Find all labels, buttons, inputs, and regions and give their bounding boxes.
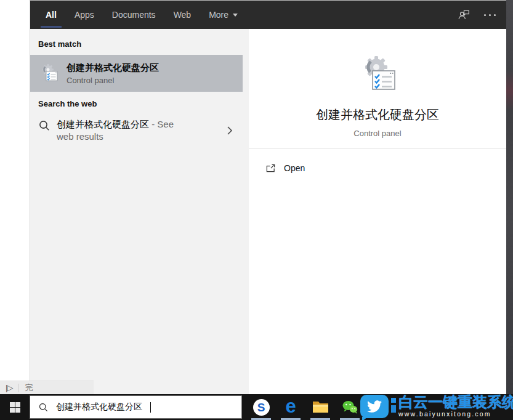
- search-web-section-label: Search the web: [38, 99, 249, 108]
- file-explorer-icon: [312, 400, 329, 414]
- results-column: Best match 创建并格式化硬盘分区 Control panel Sear…: [30, 29, 249, 395]
- best-match-result[interactable]: 创建并格式化硬盘分区 Control panel: [30, 55, 243, 92]
- taskbar-icon-file-explorer[interactable]: [305, 394, 335, 420]
- sogou-browser-icon: S: [253, 399, 270, 416]
- desktop-background-sliver: [506, 0, 513, 394]
- taskbar-icons: S e: [246, 394, 365, 420]
- tab-apps[interactable]: Apps: [75, 1, 94, 29]
- ime-status-bar: |▷ 完: [0, 381, 94, 394]
- search-icon: [38, 119, 50, 132]
- open-icon: [265, 163, 276, 174]
- taskbar-search-value: 创建并格式化硬盘分区: [56, 402, 142, 413]
- watermark: 白云一键重装系统 www.baiyunxitong.com: [352, 394, 513, 420]
- tab-web[interactable]: Web: [174, 1, 192, 29]
- open-label: Open: [284, 163, 305, 173]
- ime-separator: [18, 384, 19, 392]
- feedback-icon[interactable]: [457, 8, 471, 22]
- header-actions: [457, 8, 496, 22]
- windows-logo-icon: [10, 402, 20, 413]
- preview-title: 创建并格式化硬盘分区: [249, 107, 506, 123]
- chevron-right-icon[interactable]: [227, 126, 233, 135]
- tab-more[interactable]: More: [209, 1, 238, 29]
- taskbar-icon-edge[interactable]: e: [276, 394, 305, 420]
- best-match-section-label: Best match: [38, 39, 249, 49]
- best-match-subtitle: Control panel: [67, 76, 159, 85]
- search-web-query: 创建并格式化硬盘分区: [57, 119, 149, 129]
- watermark-logo-fragment: [391, 398, 396, 403]
- preview-subtitle: Control panel: [249, 129, 506, 138]
- search-filter-header: All Apps Documents Web More: [30, 1, 506, 29]
- search-web-result[interactable]: 创建并格式化硬盘分区 - See web results: [30, 115, 243, 148]
- search-flyout: All Apps Documents Web More Best match: [30, 0, 506, 394]
- start-button[interactable]: [0, 394, 30, 420]
- best-match-title: 创建并格式化硬盘分区: [67, 62, 159, 73]
- edge-browser-icon: e: [285, 397, 296, 416]
- more-options-icon[interactable]: [483, 8, 496, 22]
- watermark-url: www.baiyunxitong.com: [398, 410, 513, 418]
- text-cursor: [150, 402, 151, 413]
- watermark-logo-fragment: [391, 405, 396, 413]
- tab-all[interactable]: All: [46, 1, 57, 29]
- taskbar-search-box[interactable]: 创建并格式化硬盘分区: [30, 395, 242, 419]
- ime-status-text: 完: [25, 382, 33, 394]
- taskbar-icon-sogou-browser[interactable]: S: [246, 394, 276, 420]
- control-panel-applet-icon: [39, 63, 59, 83]
- tab-more-label: More: [209, 10, 228, 20]
- watermark-title: 白云一键重装系统: [398, 394, 513, 410]
- filter-tabs: All Apps Documents Web More: [46, 1, 238, 29]
- search-icon: [38, 402, 49, 413]
- open-action[interactable]: Open: [265, 160, 305, 177]
- ime-play-icon: |▷: [6, 383, 12, 392]
- preview-pane: 创建并格式化硬盘分区 Control panel Open: [249, 29, 506, 395]
- watermark-bird-icon: [360, 395, 389, 418]
- control-panel-applet-icon-large: [358, 55, 397, 94]
- tab-documents[interactable]: Documents: [112, 1, 156, 29]
- preview-divider: [249, 148, 506, 149]
- chevron-down-icon: [233, 14, 238, 17]
